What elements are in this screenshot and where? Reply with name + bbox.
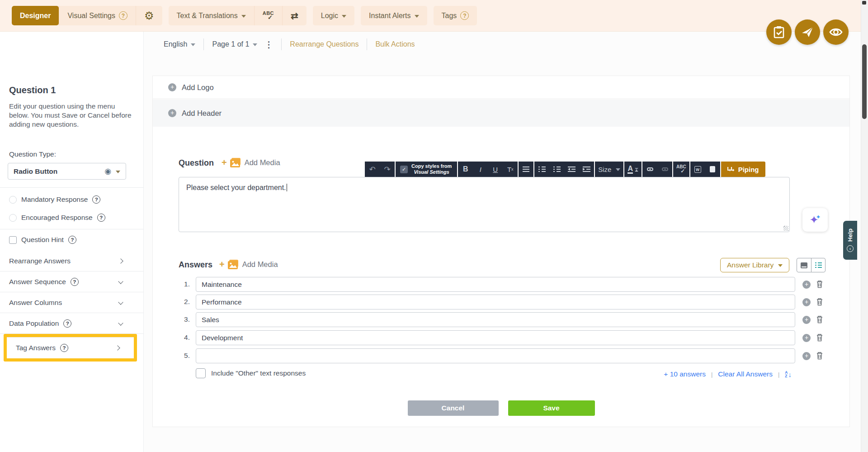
italic-button[interactable]: I (473, 162, 488, 177)
delete-answer-icon[interactable] (816, 297, 823, 306)
answers-section-heading: Answers (179, 260, 212, 270)
button-view-toggle[interactable] (797, 258, 811, 272)
question-add-media-button[interactable]: + Add Media (222, 157, 280, 168)
font-color-button[interactable]: A (624, 162, 642, 177)
outdent-button[interactable] (564, 162, 579, 177)
question-hint-checkbox[interactable] (9, 236, 17, 244)
delete-answer-icon[interactable] (816, 280, 823, 288)
add-header-row[interactable]: + Add Header (153, 100, 849, 127)
question-type-select[interactable]: Radio Button ◉ (8, 163, 126, 180)
editor-spellcheck-button[interactable]: ABC✓ (673, 162, 689, 177)
logic-dropdown[interactable]: Logic (313, 6, 354, 25)
copy-styles-toggle[interactable]: ✓ Copy styles from Visual Settings (396, 162, 457, 177)
cancel-button[interactable]: Cancel (408, 400, 499, 416)
help-icon[interactable]: ? (63, 319, 71, 328)
underline-button[interactable]: U (488, 162, 503, 177)
rearrange-questions-link[interactable]: Rearrange Questions (290, 40, 359, 48)
text-translations-dropdown[interactable]: Text & Translations (169, 6, 254, 25)
language-value: English (164, 40, 187, 48)
piping-label: Piping (738, 166, 759, 173)
help-tab[interactable]: Help ‹ (843, 221, 857, 260)
clear-formatting-button[interactable]: Tx (503, 162, 518, 177)
tags-button[interactable]: Tags ? (434, 6, 477, 25)
add-answer-icon[interactable]: + (802, 281, 811, 289)
question-type-value: Radio Button (14, 167, 104, 176)
delete-answer-icon[interactable] (816, 333, 823, 342)
include-other-checkbox[interactable] (196, 368, 206, 378)
answer-input[interactable] (196, 277, 795, 292)
save-button[interactable]: Save (508, 400, 595, 416)
answer-input[interactable] (196, 295, 795, 309)
page-menu-kebab[interactable]: ⋮ (264, 39, 273, 50)
add-answer-icon[interactable]: + (802, 334, 811, 342)
encouraged-response-radio[interactable] (9, 214, 17, 222)
ai-assist-button[interactable]: ✦ ✦ (802, 208, 828, 232)
ordered-list-button[interactable] (534, 162, 549, 177)
sidebar-item-tag-answers[interactable]: Tag Answers ? (7, 337, 134, 358)
instant-alerts-dropdown[interactable]: Instant Alerts (361, 6, 427, 25)
test-survey-button[interactable] (766, 19, 792, 45)
answer-input[interactable] (196, 348, 795, 363)
page-selector-dropdown[interactable]: Page 1 of 1 (212, 40, 257, 48)
piping-button[interactable]: Piping (721, 162, 765, 177)
chevron-right-icon (118, 258, 123, 263)
insert-link-button[interactable] (642, 162, 657, 177)
sidebar-item-answer-sequence[interactable]: Answer Sequence ? (0, 271, 143, 292)
bulk-actions-link[interactable]: Bulk Actions (375, 40, 415, 48)
resize-handle[interactable] (783, 226, 788, 231)
sort-answers-button[interactable]: AZ ↓ (785, 371, 792, 378)
source-document-button[interactable] (705, 162, 720, 177)
answer-library-dropdown[interactable]: Answer Library (720, 258, 789, 272)
answer-input[interactable] (196, 330, 795, 345)
scrollbar-thumb[interactable] (862, 44, 867, 119)
undo-button[interactable]: ↶ (365, 162, 380, 177)
add-logo-row[interactable]: + Add Logo (153, 76, 849, 99)
tab-visual-settings[interactable]: Visual Settings ? (59, 6, 136, 25)
add-answer-icon[interactable]: + (802, 352, 811, 360)
question-description: Edit your question using the menu below.… (9, 102, 134, 128)
answers-add-media-button[interactable]: + Add Media (219, 259, 278, 270)
bold-button[interactable]: B (458, 162, 473, 177)
align-button[interactable] (519, 162, 533, 177)
scrollbar-track[interactable] (861, 0, 868, 452)
list-view-icon (815, 262, 822, 268)
delete-answer-icon[interactable] (816, 351, 823, 360)
help-icon[interactable]: ? (68, 236, 76, 244)
question-sidebar: Question 1 Edit your question using the … (0, 32, 144, 452)
settings-button[interactable]: ⚙ (136, 6, 162, 25)
data-population-label: Data Population (9, 319, 59, 328)
list-view-toggle[interactable] (811, 258, 825, 272)
language-dropdown[interactable]: English (164, 40, 195, 48)
sidebar-item-data-population[interactable]: Data Population ? (0, 313, 143, 334)
remove-link-button[interactable] (657, 162, 672, 177)
find-replace-button[interactable]: ⇄ (282, 6, 307, 25)
add-header-label: Add Header (182, 109, 222, 118)
answer-input[interactable] (196, 312, 795, 327)
spellcheck-button[interactable]: ABC✓ (254, 6, 282, 25)
clipboard-check-icon (773, 26, 785, 38)
question-text-editor[interactable]: Please select your department. (179, 177, 790, 232)
tab-designer[interactable]: Designer (12, 6, 59, 25)
sidebar-item-rearrange-answers[interactable]: Rearrange Answers (0, 251, 143, 271)
answer-columns-label: Answer Columns (9, 299, 62, 307)
clear-all-answers-link[interactable]: Clear All Answers (718, 370, 773, 378)
rich-text-toolbar: ↶ ↷ ✓ Copy styles from Visual Settings B… (365, 162, 765, 177)
add-answer-icon[interactable]: + (802, 316, 811, 324)
delete-answer-icon[interactable] (816, 315, 823, 324)
add-answer-icon[interactable]: + (802, 298, 811, 306)
help-icon[interactable]: ? (92, 195, 100, 204)
help-icon[interactable]: ? (97, 214, 105, 222)
mandatory-response-radio[interactable] (9, 196, 17, 204)
indent-button[interactable] (579, 162, 594, 177)
paste-from-word-button[interactable]: w (690, 162, 705, 177)
help-icon[interactable]: ? (71, 278, 79, 286)
preview-button[interactable] (823, 19, 849, 45)
redo-button[interactable]: ↷ (380, 162, 395, 177)
font-size-dropdown[interactable]: Size (595, 162, 623, 177)
add-answers-link[interactable]: + 10 answers (664, 370, 706, 378)
sidebar-item-answer-columns[interactable]: Answer Columns (0, 292, 143, 313)
scrollbar-top-button[interactable] (862, 1, 866, 5)
help-icon[interactable]: ? (60, 344, 68, 352)
bullet-list-button[interactable] (549, 162, 564, 177)
share-button[interactable] (795, 19, 820, 45)
